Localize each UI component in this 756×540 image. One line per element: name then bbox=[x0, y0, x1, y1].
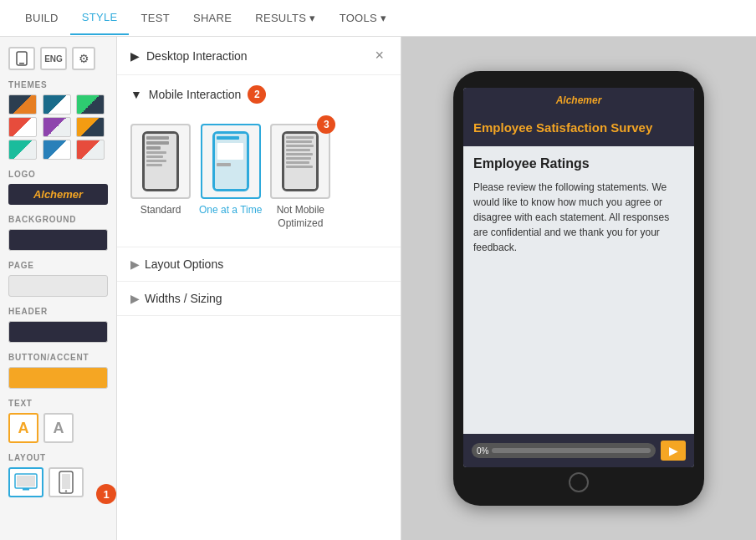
not-optimized-icon bbox=[270, 124, 330, 199]
standard-label: Standard bbox=[140, 204, 181, 217]
background-label: BACKGROUND bbox=[8, 215, 108, 224]
description-text: Please review the following statements. … bbox=[473, 180, 684, 255]
not-optimized-phone-mock bbox=[282, 131, 319, 191]
button-accent-swatch[interactable] bbox=[8, 367, 108, 389]
widths-sizing-chevron: ▶ bbox=[130, 292, 140, 305]
one-at-a-time-label: One at a Time bbox=[199, 204, 262, 217]
theme-swatch-1[interactable] bbox=[8, 94, 37, 115]
svg-rect-1 bbox=[19, 63, 24, 64]
badge-1: 1 bbox=[96, 484, 116, 504]
page-swatch[interactable] bbox=[8, 275, 108, 297]
layout-options-label: Layout Options bbox=[145, 257, 223, 271]
layout-desktop-icon[interactable] bbox=[8, 467, 43, 497]
nav-share[interactable]: SHARE bbox=[181, 2, 243, 34]
progress-label: 0% bbox=[477, 446, 488, 456]
nav-build[interactable]: BUILD bbox=[13, 2, 70, 34]
mock-line bbox=[146, 141, 169, 145]
nav-style[interactable]: STYLE bbox=[70, 1, 130, 35]
phone-content: Employee Ratings Please review the follo… bbox=[463, 146, 694, 435]
theme-swatch-9[interactable] bbox=[76, 140, 105, 160]
header-label: HEADER bbox=[8, 307, 108, 316]
theme-swatch-7[interactable] bbox=[8, 140, 37, 160]
text-label: TEXT bbox=[8, 399, 108, 408]
svg-rect-6 bbox=[62, 474, 70, 489]
mobile-interaction-header[interactable]: ▼ Mobile Interaction 2 bbox=[117, 75, 401, 114]
widths-sizing-accordion: ▶ Widths / Sizing bbox=[117, 282, 401, 316]
right-preview: Alchemer Employee Satisfaction Survey Em… bbox=[401, 37, 756, 540]
text-swatch-large[interactable]: A bbox=[8, 413, 38, 443]
settings-toggle[interactable]: ⚙ bbox=[72, 47, 95, 70]
text-row: A A bbox=[8, 413, 108, 443]
theme-swatch-6[interactable] bbox=[76, 117, 105, 137]
desktop-interaction-header[interactable]: ▶ Desktop Interaction × bbox=[117, 37, 401, 74]
layout-mobile-icon[interactable] bbox=[49, 467, 84, 497]
nav-results[interactable]: RESULTS ▾ bbox=[243, 2, 327, 34]
mobile-option-standard[interactable]: Standard bbox=[130, 124, 191, 217]
mobile-interaction-label: Mobile Interaction bbox=[149, 88, 242, 101]
badge-3: 3 bbox=[317, 115, 335, 134]
phone-preview: Alchemer Employee Satisfaction Survey Em… bbox=[453, 71, 704, 506]
theme-swatch-2[interactable] bbox=[43, 94, 71, 115]
mobile-option-one-at-a-time[interactable]: One at a Time bbox=[199, 124, 262, 217]
svg-point-7 bbox=[65, 490, 67, 492]
middle-panel: ▶ Desktop Interaction × ▼ Mobile Interac… bbox=[117, 37, 401, 540]
progress-track bbox=[492, 448, 651, 453]
theme-swatch-4[interactable] bbox=[8, 117, 37, 137]
svg-rect-4 bbox=[17, 476, 35, 487]
top-nav: BUILD STYLE TEST SHARE RESULTS ▾ TOOLS ▾ bbox=[0, 0, 756, 37]
layout-row: 1 bbox=[8, 467, 108, 497]
logo-box[interactable]: Alchemer bbox=[8, 184, 108, 205]
desktop-interaction-section: ▶ Desktop Interaction × bbox=[117, 37, 401, 75]
results-dropdown-icon: ▾ bbox=[309, 12, 315, 24]
nav-tools[interactable]: TOOLS ▾ bbox=[328, 2, 399, 34]
left-sidebar: ENG ⚙ THEMES LOGO Alchemer BACKGROUND PA… bbox=[0, 37, 117, 540]
one-at-a-time-phone-mock bbox=[212, 131, 249, 191]
button-accent-label: BUTTON/ACCENT bbox=[8, 353, 108, 362]
tools-dropdown-icon: ▾ bbox=[381, 12, 386, 24]
next-button[interactable]: ▶ bbox=[661, 441, 686, 461]
phone-screen: Alchemer Employee Satisfaction Survey Em… bbox=[463, 88, 694, 467]
theme-swatch-3[interactable] bbox=[76, 94, 105, 115]
widths-sizing-header[interactable]: ▶ Widths / Sizing bbox=[117, 282, 401, 315]
standard-icon bbox=[130, 124, 191, 199]
close-button[interactable]: × bbox=[371, 47, 387, 64]
phone-header: Alchemer bbox=[463, 88, 694, 113]
logo-text: Alchemer bbox=[33, 188, 83, 201]
home-circle bbox=[569, 472, 589, 492]
mobile-options: Standard bbox=[130, 124, 387, 230]
brand-text: Alchemer bbox=[473, 94, 684, 106]
phone-home-indicator bbox=[463, 467, 694, 494]
mobile-interaction-section: ▼ Mobile Interaction 2 bbox=[117, 75, 401, 247]
mobile-option-not-optimized[interactable]: 3 bbox=[270, 124, 330, 230]
language-toggle[interactable]: ENG bbox=[40, 47, 67, 70]
mobile-toggle[interactable] bbox=[8, 47, 35, 70]
phone-footer: 0% ▶ bbox=[463, 434, 694, 467]
themes-label: THEMES bbox=[8, 80, 108, 89]
standard-phone-mock bbox=[142, 131, 179, 191]
mock-line bbox=[146, 136, 169, 140]
layout-options-header[interactable]: ▶ Layout Options bbox=[117, 247, 401, 281]
desktop-chevron-icon: ▶ bbox=[130, 49, 140, 63]
progress-bar: 0% bbox=[472, 443, 656, 458]
not-optimized-label: Not MobileOptimized bbox=[277, 204, 324, 230]
theme-swatch-8[interactable] bbox=[43, 140, 71, 160]
one-at-a-time-icon bbox=[201, 124, 261, 199]
mock-line bbox=[146, 146, 161, 150]
section-title: Employee Ratings bbox=[473, 156, 684, 171]
layout-label: LAYOUT bbox=[8, 453, 108, 462]
widths-sizing-label: Widths / Sizing bbox=[145, 292, 222, 305]
text-swatch-small[interactable]: A bbox=[43, 413, 74, 443]
mobile-badge: 2 bbox=[248, 85, 266, 104]
svg-rect-3 bbox=[23, 488, 29, 491]
nav-test[interactable]: TEST bbox=[129, 2, 181, 34]
themes-grid bbox=[8, 94, 108, 160]
background-swatch[interactable] bbox=[8, 229, 108, 251]
header-swatch[interactable] bbox=[8, 321, 108, 343]
theme-swatch-5[interactable] bbox=[43, 117, 71, 137]
page-label: PAGE bbox=[8, 261, 108, 270]
layout-options-accordion: ▶ Layout Options bbox=[117, 247, 401, 282]
desktop-interaction-label: Desktop Interaction bbox=[146, 49, 248, 63]
survey-title: Employee Satisfaction Survey bbox=[463, 113, 694, 146]
mobile-interaction-content: Standard bbox=[117, 114, 401, 247]
main-layout: ENG ⚙ THEMES LOGO Alchemer BACKGROUND PA… bbox=[0, 37, 756, 540]
